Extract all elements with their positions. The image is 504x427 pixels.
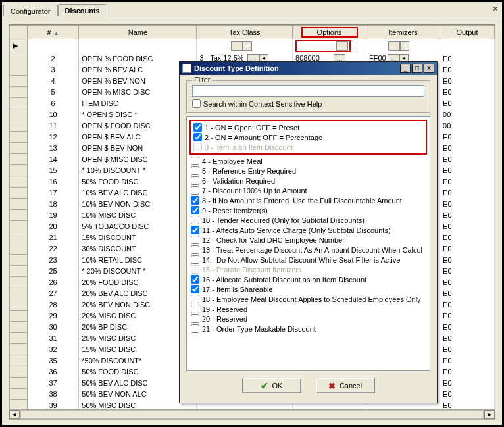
- col-header-itemizers[interactable]: Itemizers: [366, 26, 440, 39]
- horizontal-scrollbar[interactable]: ◄ ►: [9, 409, 495, 420]
- idx-cell[interactable]: 13: [27, 142, 78, 153]
- option-item[interactable]: 13 - Treat Percentage Discount As An Amo…: [189, 245, 427, 255]
- col-header-idx[interactable]: #▲: [27, 26, 78, 39]
- idx-cell[interactable]: 27: [27, 288, 78, 299]
- output-cell[interactable]: 00: [440, 120, 495, 131]
- row-header-cell[interactable]: [10, 120, 28, 131]
- option-checkbox[interactable]: [191, 305, 199, 313]
- output-cell[interactable]: E0: [440, 97, 495, 109]
- idx-cell[interactable]: 21: [27, 232, 78, 243]
- idx-cell[interactable]: 35: [27, 355, 78, 366]
- idx-cell[interactable]: 16: [27, 176, 78, 187]
- idx-cell[interactable]: 25: [27, 265, 78, 276]
- output-cell[interactable]: E0: [440, 265, 495, 276]
- output-cell[interactable]: E0: [440, 321, 495, 332]
- row-header-cell[interactable]: [10, 198, 28, 209]
- option-item[interactable]: 8 - If No Amount is Entered, Use the Ful…: [189, 195, 427, 205]
- tab-configurator[interactable]: Configurator: [3, 5, 58, 16]
- row-header-cell[interactable]: [10, 288, 28, 299]
- row-header-cell[interactable]: [10, 53, 28, 64]
- scroll-right-icon[interactable]: ►: [484, 410, 495, 419]
- output-cell[interactable]: E0: [440, 176, 495, 187]
- idx-cell[interactable]: 10: [27, 109, 78, 120]
- idx-cell[interactable]: 5: [27, 86, 78, 97]
- output-cell[interactable]: E0: [440, 355, 495, 366]
- row-header-cell[interactable]: [10, 321, 28, 332]
- output-cell[interactable]: E0: [440, 131, 495, 142]
- option-checkbox[interactable]: [191, 166, 199, 175]
- idx-cell[interactable]: 22: [27, 243, 78, 254]
- row-header-cell[interactable]: [10, 109, 28, 120]
- idx-cell[interactable]: 15: [27, 164, 78, 176]
- option-checkbox[interactable]: [193, 133, 202, 141]
- idx-cell[interactable]: 38: [27, 388, 78, 399]
- option-item[interactable]: 6 - Validation Required: [189, 176, 427, 186]
- row-header-cell[interactable]: [10, 388, 28, 399]
- col-header-name[interactable]: Name: [79, 26, 197, 39]
- row-header-cell[interactable]: [10, 220, 28, 232]
- option-item[interactable]: 17 - Item is Shareable: [189, 284, 427, 294]
- table-row[interactable]: ▶1* OPEN % DISC *0 - None …◄C0A180…FC00……: [10, 39, 495, 53]
- dialog-titlebar[interactable]: Discount Type Definition _ □ ×: [180, 62, 437, 75]
- ok-button[interactable]: ✔ OK: [242, 378, 301, 393]
- search-context-checkbox[interactable]: [192, 99, 201, 108]
- option-checkbox[interactable]: [191, 226, 199, 234]
- option-checkbox[interactable]: [191, 295, 199, 303]
- option-checkbox[interactable]: [191, 186, 199, 195]
- option-checkbox[interactable]: [191, 324, 199, 333]
- option-checkbox[interactable]: [191, 245, 199, 254]
- row-header-cell[interactable]: [10, 265, 28, 276]
- idx-cell[interactable]: 26: [27, 276, 78, 288]
- option-checkbox[interactable]: [191, 236, 199, 244]
- output-cell[interactable]: E0: [440, 299, 495, 310]
- output-cell[interactable]: E0: [440, 198, 495, 209]
- col-header-options[interactable]: Options: [293, 26, 366, 39]
- idx-cell[interactable]: 32: [27, 343, 78, 355]
- row-header-cell[interactable]: [10, 164, 28, 176]
- col-header-tax[interactable]: Tax Class: [197, 26, 293, 39]
- ellipsis-icon[interactable]: …: [388, 41, 400, 51]
- idx-cell[interactable]: 29: [27, 310, 78, 321]
- row-header-cell[interactable]: [10, 142, 28, 153]
- row-header-cell[interactable]: [10, 276, 28, 288]
- idx-cell[interactable]: 20: [27, 220, 78, 232]
- output-cell[interactable]: E0: [440, 64, 495, 75]
- row-header-cell[interactable]: [10, 187, 28, 198]
- row-header-cell[interactable]: ▶: [10, 39, 28, 53]
- output-cell[interactable]: E0: [440, 75, 495, 86]
- output-cell[interactable]: E0: [440, 276, 495, 288]
- idx-cell[interactable]: 37: [27, 377, 78, 388]
- row-header-cell[interactable]: [10, 153, 28, 164]
- option-checkbox[interactable]: [191, 196, 199, 205]
- option-checkbox[interactable]: [191, 157, 199, 165]
- scroll-thumb[interactable]: [20, 410, 484, 419]
- option-item[interactable]: 10 - Tender Required (Only for Subtotal …: [189, 215, 427, 225]
- option-item[interactable]: 18 - Employee Meal Discount Applies to S…: [189, 294, 427, 304]
- option-item[interactable]: 1 - ON = Open; OFF = Preset: [192, 122, 424, 132]
- option-item[interactable]: 12 - Check for Valid DHC Employee Number: [189, 235, 427, 245]
- output-cell[interactable]: E0: [440, 243, 495, 254]
- idx-cell[interactable]: 6: [27, 97, 78, 109]
- idx-cell[interactable]: 12: [27, 131, 78, 142]
- cancel-button[interactable]: ✖ Cancel: [316, 378, 375, 393]
- output-cell[interactable]: E0: [440, 310, 495, 321]
- option-item[interactable]: 19 - Reserved: [189, 304, 427, 314]
- output-cell[interactable]: E0: [440, 220, 495, 232]
- row-header-cell[interactable]: [10, 332, 28, 343]
- option-item[interactable]: 20 - Reserved: [189, 314, 427, 324]
- option-item[interactable]: 4 - Employee Meal: [189, 156, 427, 166]
- options-cell[interactable]: C0A180…: [293, 39, 366, 53]
- option-checkbox[interactable]: [193, 123, 202, 132]
- row-header-cell[interactable]: [10, 377, 28, 388]
- output-cell[interactable]: E0: [440, 164, 495, 176]
- option-checkbox[interactable]: [191, 206, 199, 214]
- row-header-cell[interactable]: [10, 176, 28, 187]
- options-list[interactable]: 1 - ON = Open; OFF = Preset2 - ON = Amou…: [186, 116, 430, 371]
- chevron-left-icon[interactable]: ◄: [243, 41, 252, 51]
- output-cell[interactable]: E0: [440, 232, 495, 243]
- output-cell[interactable]: E0: [440, 388, 495, 399]
- name-cell[interactable]: * OPEN % DISC *: [79, 39, 197, 53]
- row-header-cell[interactable]: [10, 64, 28, 75]
- option-item[interactable]: 11 - Affects Auto Service Charge (Only S…: [189, 225, 427, 235]
- tax-cell[interactable]: 0 - None …◄: [197, 39, 293, 53]
